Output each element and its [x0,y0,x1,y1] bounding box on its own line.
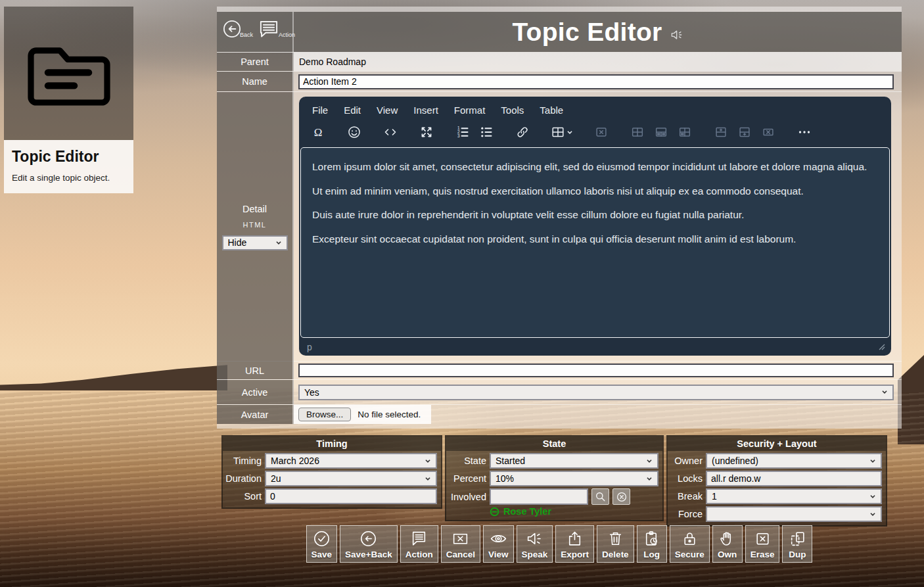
detail-row: Detail HTML Hide File Edit View Insert F… [217,91,902,361]
x-box-icon [754,530,772,548]
export-button[interactable]: Export [555,525,594,563]
insert-row-above-icon [714,125,728,139]
resize-handle-icon[interactable] [879,344,885,350]
timing-select[interactable]: March 2026 [265,453,437,469]
chevron-down-icon [646,477,653,481]
force-label: Force [668,509,706,519]
menu-format[interactable]: Format [448,102,492,118]
topic-editor-panel: Back Action Topic Editor Parent Demo Roa… [217,7,902,429]
cancel-button[interactable]: Cancel [441,525,480,563]
bullet-list-button[interactable] [475,122,497,142]
action-button-header[interactable]: Action [257,19,295,39]
menu-file[interactable]: File [306,102,335,118]
menu-tools[interactable]: Tools [494,102,530,118]
editor-content[interactable]: Lorem ipsum dolor sit amet, consectetur … [300,147,890,338]
detail-visibility-select[interactable]: Hide [222,235,288,250]
sort-label: Sort [223,491,265,502]
app-card-subtitle: Edit a single topic object. [12,173,126,183]
editor-menubar: File Edit View Insert Format Tools Table [299,97,891,120]
view-button[interactable]: View [483,525,514,563]
element-path[interactable]: p [307,342,312,352]
parent-label: Parent [217,53,294,71]
link-icon [515,125,530,139]
table-row-properties-icon [654,125,668,139]
more-options-button[interactable] [793,122,816,142]
avatar-file-input: Browse... No file selected. [294,405,431,424]
fullscreen-button[interactable] [415,122,438,142]
parent-value: Demo Roadmap [294,53,902,71]
file-status-text: No file selected. [358,410,421,419]
involved-member[interactable]: Rose Tyler [446,506,662,517]
percent-select[interactable]: 10% [490,471,658,486]
ordered-list-button[interactable]: 123 [451,122,474,142]
link-button[interactable] [511,122,534,142]
involved-clear-button[interactable] [612,488,630,505]
speech-bubble-icon [410,530,428,548]
locks-label: Locks [668,473,706,484]
owner-select[interactable]: (undefined) [706,453,882,469]
active-select[interactable]: Yes [298,385,894,400]
state-panel: State State Started Percent 10% Involved… [445,435,664,521]
log-button[interactable]: Log [637,525,667,563]
locks-input[interactable] [706,471,882,486]
editor-toolbar: Ω 123 [299,120,891,147]
editor-paragraph: Ut enim ad minim veniam, quis nostrud ex… [312,184,878,199]
involved-search-button[interactable] [591,488,609,505]
special-character-button[interactable]: Ω [307,122,329,142]
save-button[interactable]: Save [306,525,338,563]
involved-label: Involved [446,492,490,502]
url-input[interactable] [298,364,894,377]
break-select[interactable]: 1 [706,488,882,504]
avatar-row: Avatar Browse... No file selected. [217,404,902,424]
sort-input[interactable] [265,488,437,504]
table-delete-icon [594,125,609,139]
back-button-label: Back [240,32,253,38]
action-button[interactable]: Action [400,525,438,563]
force-select[interactable] [706,506,882,522]
app-card-title: Topic Editor [12,148,126,166]
duration-select[interactable]: 2u [265,471,437,486]
state-select[interactable]: Started [490,453,658,469]
menu-edit[interactable]: Edit [337,102,367,118]
active-label: Active [217,380,294,404]
save-back-button[interactable]: Save+Back [340,525,398,563]
dup-button[interactable]: Dup [782,525,812,563]
app-card[interactable]: Topic Editor Edit a single topic object. [4,7,133,193]
detail-format-label: HTML [243,221,267,229]
panel-header-buttons: Back Action [217,12,294,52]
browse-button[interactable]: Browse... [298,408,351,421]
own-button[interactable]: Own [712,525,743,563]
menu-insert[interactable]: Insert [407,102,445,118]
emoticon-button[interactable] [343,122,365,142]
menu-view[interactable]: View [370,102,404,118]
duration-label: Duration [223,473,265,484]
insert-row-above-button [710,122,732,142]
involved-input[interactable] [490,488,588,505]
active-row: Active Yes [217,379,902,404]
secure-button[interactable]: Secure [670,525,710,563]
editor-paragraph: Duis aute irure dolor in reprehenderit i… [312,208,878,222]
delete-button[interactable]: Delete [597,525,634,563]
state-panel-title: State [446,436,662,451]
menu-table[interactable]: Table [533,102,570,118]
x-rectangle-icon [451,530,469,548]
editor-paragraph: Excepteur sint occaecat cupidatat non pr… [312,232,878,247]
owner-label: Owner [668,456,706,466]
svg-text:3: 3 [457,133,460,138]
more-options-icon [797,124,812,140]
source-code-button[interactable] [379,122,402,142]
erase-button[interactable]: Erase [745,525,780,563]
editor-statusbar: p [299,338,891,356]
remove-member-icon[interactable] [490,507,499,517]
panel-header: Back Action Topic Editor [217,12,902,52]
eye-icon [490,530,507,548]
table-button[interactable] [547,122,576,142]
insert-row-below-icon [737,125,752,139]
chevron-down-icon [881,390,888,394]
name-input[interactable] [298,74,894,89]
action-button-label: Action [279,32,295,38]
back-button[interactable]: Back [222,19,253,39]
speak-button[interactable]: Speak [517,525,553,563]
code-icon [382,124,398,140]
speaker-mute-icon[interactable] [670,29,683,41]
